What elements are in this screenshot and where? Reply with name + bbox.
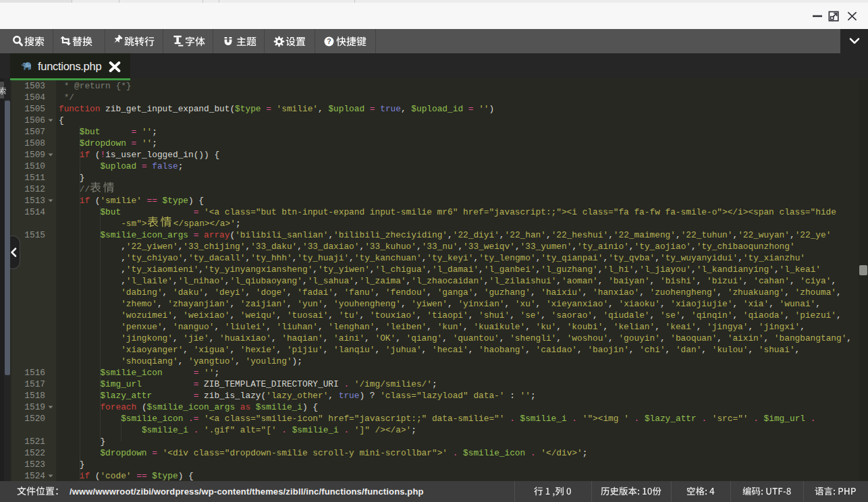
svg-text:?: ?: [327, 37, 331, 45]
